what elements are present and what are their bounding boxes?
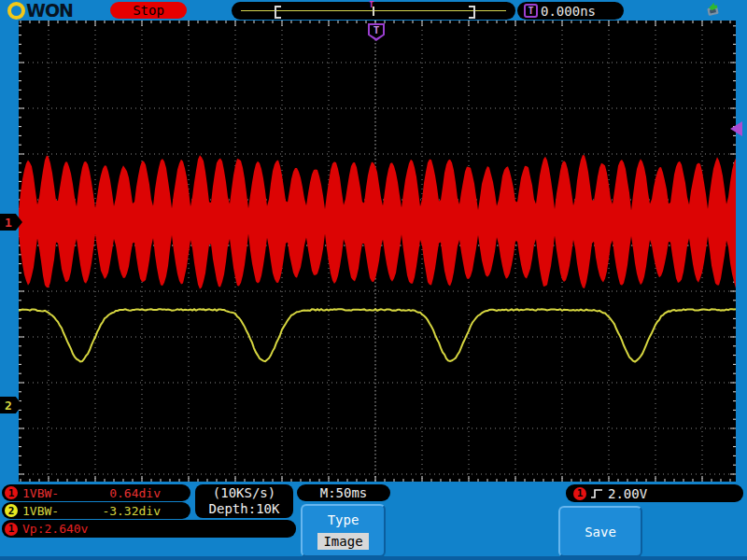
channel2-readout-value: -3.32div xyxy=(102,504,161,518)
channel1-readout-value: 0.64div xyxy=(109,486,161,500)
trigger-position-marker-icon: T xyxy=(369,0,374,9)
channel2-readout-label: 1VBW- xyxy=(22,504,59,518)
type-menu-button[interactable]: Type Image xyxy=(301,504,386,557)
channel2-badge: 2 xyxy=(5,504,18,517)
logo-text: WON xyxy=(26,1,73,20)
save-button-label: Save xyxy=(585,525,616,539)
rising-edge-icon xyxy=(591,487,603,499)
trigger-source-badge: 1 xyxy=(573,487,586,500)
acquisition-state-label: Stop xyxy=(133,3,164,18)
channel1-readout: 1 1VBW- 0.64div xyxy=(2,484,190,501)
sample-rate-value: (10KS/s) xyxy=(213,485,275,501)
timebase-readout: M:50ms xyxy=(297,484,390,501)
channel2-readout: 2 1VBW- -3.32div xyxy=(2,502,190,519)
usb-save-icon xyxy=(702,1,721,18)
view-window-right-bracket-icon xyxy=(469,6,475,19)
trigger-t-icon: T xyxy=(524,4,538,18)
trigger-t-badge-label: T xyxy=(370,25,383,38)
bottom-edge-strip xyxy=(0,556,747,560)
vp-measurement-readout: 1 Vp:2.640v xyxy=(2,520,296,538)
trigger-settings-readout: 1 2.00V xyxy=(566,484,743,502)
trigger-level-arrow-icon[interactable] xyxy=(730,121,742,136)
trigger-position-bar[interactable]: T xyxy=(232,2,515,20)
type-button-value: Image xyxy=(317,533,368,550)
view-window-left-bracket-icon xyxy=(275,6,281,19)
channel1-marker-label: 1 xyxy=(5,216,12,230)
channel1-badge: 1 xyxy=(5,486,18,499)
waveform-display-grid xyxy=(19,21,736,482)
type-button-label: Type xyxy=(328,512,359,527)
logo-o-icon xyxy=(7,2,25,20)
vp-measurement-value: Vp:2.640v xyxy=(22,522,88,536)
channel1-readout-label: 1VBW- xyxy=(22,486,59,500)
oscilloscope-screen: WON Stop T T 0.000ns T 1 2 1 1VBW- 0.64d… xyxy=(0,0,747,560)
trigger-level-value: 2.00V xyxy=(608,486,647,501)
channel2-marker-label: 2 xyxy=(5,399,12,413)
timebase-value: M:50ms xyxy=(320,485,368,500)
vp-channel-badge: 1 xyxy=(5,523,18,536)
save-button[interactable]: Save xyxy=(558,506,642,557)
trigger-time-value: 0.000ns xyxy=(541,4,596,19)
acquisition-state-badge: Stop xyxy=(110,2,187,19)
record-depth-value: Depth:10K xyxy=(209,501,280,517)
waveform-traces xyxy=(19,21,736,482)
sample-rate-depth-readout: (10KS/s) Depth:10K xyxy=(195,484,293,518)
owon-logo: WON xyxy=(7,1,73,20)
trigger-time-readout: T 0.000ns xyxy=(517,2,624,20)
